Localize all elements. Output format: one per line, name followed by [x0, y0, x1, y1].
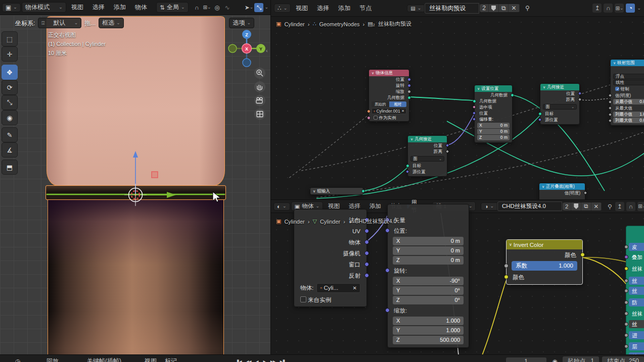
scale-y-field[interactable]: Y1.000 — [393, 326, 464, 335]
tool-annotate[interactable]: ✎ — [2, 127, 18, 142]
snap-mode-dropdown[interactable]: ⊞⌄ — [637, 202, 644, 211]
as-instance-checkbox[interactable] — [374, 116, 378, 120]
group-socket[interactable] — [624, 245, 628, 249]
breadcrumb-object[interactable]: Cylinder — [284, 219, 304, 225]
current-frame-field[interactable]: 1 — [506, 357, 546, 362]
group-socket[interactable] — [624, 333, 628, 337]
editor-type-select[interactable]: ∴⌄ — [274, 4, 291, 13]
location-y-field[interactable]: Y0 m — [393, 246, 464, 255]
close-icon[interactable]: ✕ — [401, 109, 404, 114]
menu-object[interactable]: 物体 — [131, 3, 151, 12]
menu-select[interactable]: 选择 — [88, 3, 109, 12]
output-socket-camera[interactable] — [364, 251, 369, 255]
node-group-input[interactable]: ∨组输入 — [310, 187, 363, 195]
snap-magnet-icon[interactable]: ∩ — [626, 202, 635, 211]
snap-magnet-icon[interactable]: ∩ — [193, 3, 202, 12]
menu-select[interactable]: 选择 — [313, 4, 333, 13]
input-socket-as-instance[interactable] — [367, 116, 371, 120]
menu-marker[interactable]: 标记 — [161, 357, 181, 362]
breadcrumb-mesh[interactable]: Cylinder — [320, 219, 340, 225]
proportional-edit-icon[interactable]: ◎ — [213, 3, 222, 12]
snap-settings-dropdown[interactable]: ⊞⌄ — [203, 3, 212, 12]
group-socket[interactable] — [624, 312, 628, 316]
output-socket-uv[interactable] — [364, 229, 369, 233]
shader-node-canvas[interactable]: ▣ Cylinder › ▽ Cylinder › ◑ CHD丝袜预设4.0 — [271, 213, 644, 354]
from-instance-checkbox[interactable] — [300, 296, 306, 302]
output-socket-geometry[interactable] — [407, 96, 411, 99]
fake-user-shield-icon[interactable] — [571, 202, 581, 211]
breadcrumb-material[interactable]: CHD丝袜预设4.0 — [355, 218, 397, 225]
node-geometry-proximity-left[interactable]: ∨几何接近 位置 距离 面⌄ 目标 源位置 — [407, 135, 447, 177]
auto-keying-icon[interactable]: ◉ — [550, 357, 560, 362]
close-icon[interactable]: ✕ — [591, 202, 602, 211]
users-count-button[interactable]: 2 — [480, 4, 489, 12]
snap-mode-dropdown[interactable]: ⊞⌄ — [615, 4, 624, 13]
menu-playback[interactable]: 回放 — [42, 357, 63, 362]
tool-measure[interactable]: ∡ — [2, 142, 18, 158]
frame-start-field[interactable]: 起始点 1 — [563, 356, 600, 362]
input-socket-factor[interactable] — [504, 264, 509, 268]
selectability-filter-dropdown[interactable]: ➤⌄ — [244, 3, 253, 12]
tool-cursor[interactable]: ✛ — [2, 46, 18, 62]
node-tree-name-field[interactable]: 丝袜勒肉预设 — [425, 3, 479, 14]
group-socket[interactable] — [624, 289, 628, 293]
node-mapping[interactable]: 矢量 位置: X0 m Y0 m Z0 m 旋转: X-90° Y0° Z0° … — [387, 204, 469, 348]
offset-y-field[interactable]: Y0 m — [477, 129, 510, 134]
node-object-info[interactable]: ∨物体信息 位置 旋转 缩放 几何数据 原始的 相对 ▫ Cylinder.00… — [369, 69, 409, 122]
play-button[interactable]: ▸ — [263, 358, 266, 362]
timeline-editor-icon[interactable]: ◷ — [13, 357, 22, 362]
group-socket[interactable] — [624, 279, 628, 283]
copy-icon[interactable]: ⧉ — [499, 4, 509, 12]
overlays-toggle[interactable]: ◔ — [626, 4, 635, 13]
coord-system-select[interactable]: ⍗默认⌄ — [38, 18, 81, 28]
output-socket[interactable] — [361, 189, 365, 193]
viewport-canvas[interactable]: 坐标系: ⍗默认⌄ 拖... 框选⌄ 选项⌄ 正交右视图 (1) Collect… — [0, 15, 270, 354]
rotation-x-field[interactable]: X-90° — [393, 277, 464, 285]
node-header[interactable]: ∨设置位置 — [475, 85, 512, 92]
menu-keying[interactable]: 关键帧(插帧) — [83, 357, 125, 362]
menu-view[interactable]: 视图 — [292, 4, 312, 13]
from-min-field[interactable]: 从最小值0.0 — [613, 99, 644, 105]
node-header[interactable]: ∨几何接近 — [540, 84, 579, 90]
stocking-leg-lower[interactable] — [48, 200, 224, 354]
group-socket[interactable] — [624, 300, 628, 304]
offset-x-field[interactable]: X0 m — [477, 123, 510, 128]
node-map-range[interactable]: ∨映射范围 浮点 线性 钳制 值(明度) 从最小值0.0 从最大值 到最小值1.… — [610, 59, 644, 126]
menu-node[interactable]: 节点 — [355, 4, 376, 13]
node-header[interactable]: ∨映射范围 — [611, 60, 644, 66]
tool-add-cube[interactable]: ⬒ — [2, 160, 18, 175]
output-socket-object[interactable] — [364, 240, 369, 244]
rotation-y-field[interactable]: Y0° — [393, 286, 464, 295]
clamp-checkbox[interactable] — [615, 87, 619, 91]
to-max-field[interactable]: 到最大值0.0 — [613, 118, 644, 123]
sidebar-collapse-icon[interactable]: ‹ — [266, 47, 268, 54]
gizmo-dropdown[interactable]: ⤡ — [254, 3, 263, 12]
frame-end-field[interactable]: 结束点 250 — [602, 356, 644, 362]
view-buttons[interactable] — [254, 68, 265, 120]
rotation-z-field[interactable]: Z0° — [393, 296, 464, 304]
select-mode-select[interactable]: 框选⌄ — [99, 18, 124, 28]
mode-dropdown[interactable]: 面⌄ — [410, 156, 444, 162]
mode-dropdown[interactable]: 面⌄ — [543, 104, 577, 110]
geo-node-canvas[interactable]: ▣ Cylinder › ∴ GeometryNodes › ▤₂ 丝袜勒肉预设 — [271, 17, 644, 199]
node-header[interactable]: ∨物体信息 — [369, 70, 409, 76]
tool-scale[interactable]: ⤡ — [2, 95, 18, 110]
proportional-falloff-icon[interactable]: ∿ — [223, 3, 232, 12]
jump-to-start-button[interactable]: ▮◂ — [237, 358, 242, 362]
input-socket-rotation[interactable] — [385, 268, 390, 273]
factor-slider[interactable]: 系数1.000 — [512, 261, 577, 271]
input-socket-target[interactable] — [406, 164, 409, 168]
input-socket-geometry[interactable] — [473, 99, 476, 103]
node-geometry-proximity-right[interactable]: ∨几何接近 位置 距离 面⌄ 目标 源位置 — [540, 83, 580, 125]
location-x-field[interactable]: X0 m — [393, 237, 464, 245]
pin-icon[interactable]: ⚲ — [605, 202, 614, 211]
output-socket-rotation[interactable] — [407, 84, 411, 87]
output-socket-scale[interactable] — [407, 90, 411, 93]
node-multiply[interactable]: ∨正片叠底(相乘) 值(明度) — [539, 183, 585, 199]
tool-transform[interactable]: ◉ — [2, 110, 18, 125]
location-z-field[interactable]: Z0 m — [393, 256, 464, 265]
input-socket-target[interactable] — [538, 112, 542, 116]
parent-tree-icon[interactable]: ↥ — [592, 4, 602, 13]
orientation-select[interactable]: ⇅全局⌄ — [156, 2, 189, 13]
output-socket-position[interactable] — [407, 78, 411, 81]
